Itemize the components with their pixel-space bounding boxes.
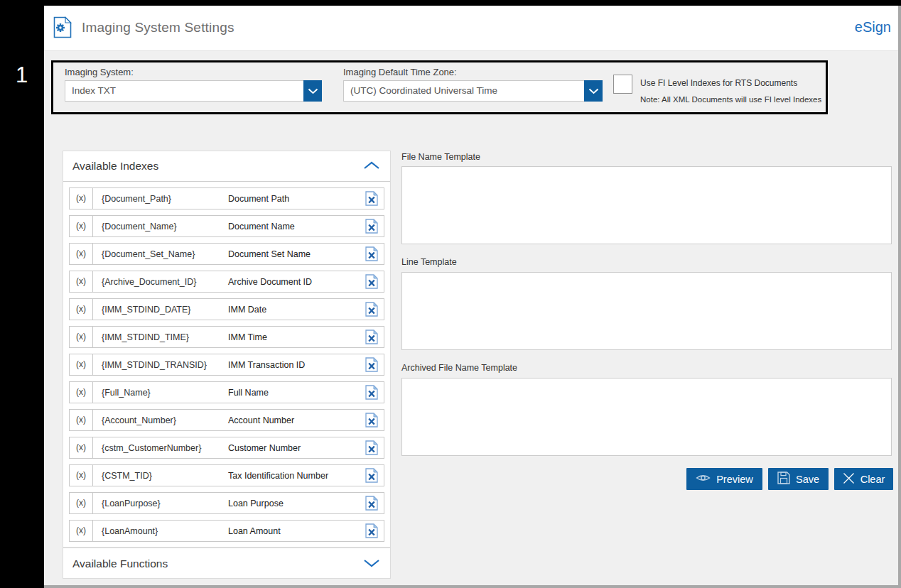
app-header: Imaging System Settings eSign: [44, 6, 898, 51]
document-insert-icon[interactable]: [365, 385, 378, 400]
index-row-prefix: (x): [70, 327, 93, 347]
index-row-name: IMM Date: [228, 305, 365, 315]
index-row[interactable]: (x) {IMM_STDIND_DATE} IMM Date: [69, 298, 384, 320]
index-row-name: Document Name: [228, 222, 365, 232]
index-row[interactable]: (x) {Document_Set_Name} Document Set Nam…: [69, 243, 384, 265]
available-indexes-title: Available Indexes: [72, 160, 158, 173]
index-row-tag: {IMM_STDIND_DATE}: [102, 305, 228, 315]
chevron-up-icon[interactable]: [363, 160, 380, 173]
index-row-prefix: (x): [70, 465, 93, 486]
index-row-tag: {IMM_STDIND_TRANSID}: [102, 360, 228, 370]
available-functions-header[interactable]: Available Functions: [63, 548, 390, 579]
available-indexes-header[interactable]: Available Indexes: [63, 151, 390, 182]
index-row-name: Full Name: [228, 388, 365, 398]
fi-level-indexes-label: Use FI Level Indexes for RTS Documents: [640, 78, 797, 88]
index-row-prefix: (x): [70, 354, 93, 375]
index-row-name: Tax Identification Number: [228, 471, 365, 481]
index-row-tag: {IMM_STDIND_TIME}: [102, 332, 228, 342]
chevron-down-icon[interactable]: [303, 80, 322, 102]
index-row[interactable]: (x) {LoanPurpose} Loan Purpose: [69, 492, 384, 514]
file-name-template-label: File Name Template: [401, 152, 480, 162]
index-row-name: Archive Document ID: [228, 277, 365, 287]
index-row-tag: {Archive_Document_ID}: [102, 277, 228, 287]
line-template-input[interactable]: [401, 272, 892, 350]
timezone-value: (UTC) Coordinated Universal Time: [343, 80, 584, 102]
fi-level-indexes-checkbox[interactable]: [613, 75, 632, 94]
index-row[interactable]: (x) {LoanAmount} Loan Amount: [69, 520, 384, 542]
index-row-tag: {cstm_CustomerNumber}: [102, 443, 228, 453]
index-row[interactable]: (x) {Document_Name} Document Name: [69, 215, 384, 237]
index-row-name: Customer Number: [228, 443, 365, 453]
available-functions-title: Available Functions: [72, 557, 168, 570]
index-row-prefix: (x): [70, 437, 93, 458]
imaging-settings-page: Imaging System Settings eSign Imaging Sy…: [44, 6, 898, 585]
index-row[interactable]: (x) {Full_Name} Full Name: [69, 381, 384, 403]
document-gear-icon: [53, 16, 72, 41]
index-row-tag: {CSTM_TID}: [102, 471, 228, 481]
callout-number: 1: [16, 62, 28, 88]
document-insert-icon[interactable]: [365, 191, 378, 206]
index-row[interactable]: (x) {Archive_Document_ID} Archive Docume…: [69, 271, 384, 293]
document-insert-icon[interactable]: [365, 468, 378, 483]
document-insert-icon[interactable]: [365, 302, 378, 317]
index-row-name: IMM Time: [228, 332, 365, 342]
screenshot-frame: 1 Imaging System Setting: [0, 0, 901, 588]
document-insert-icon[interactable]: [365, 523, 378, 538]
index-row-name: Document Set Name: [228, 249, 365, 259]
esign-brand-link[interactable]: eSign: [855, 19, 891, 36]
fi-level-indexes-note: Note: All XML Documents will use FI leve…: [640, 95, 821, 104]
index-row-tag: {LoanAmount}: [102, 526, 228, 536]
document-insert-icon[interactable]: [365, 496, 378, 511]
imaging-system-value: Index TXT: [65, 80, 303, 102]
window-edge-bottom: [44, 585, 898, 588]
index-row[interactable]: (x) {IMM_STDIND_TIME} IMM Time: [69, 326, 384, 348]
timezone-field: Imaging Default Time Zone: (UTC) Coordin…: [343, 67, 603, 102]
document-insert-icon[interactable]: [365, 274, 378, 289]
index-row-name: IMM Transaction ID: [228, 360, 365, 370]
index-row-tag: {Document_Set_Name}: [102, 249, 228, 259]
page-title: Imaging System Settings: [82, 20, 234, 36]
index-row-tag: {Account_Number}: [102, 415, 228, 425]
eye-icon: [696, 473, 711, 485]
file-name-template-input[interactable]: [401, 166, 892, 244]
archived-file-name-template-label: Archived File Name Template: [401, 363, 517, 373]
index-row-prefix: (x): [70, 216, 93, 236]
chevron-down-icon[interactable]: [363, 557, 380, 570]
document-insert-icon[interactable]: [365, 330, 378, 344]
clear-button[interactable]: Clear: [834, 468, 893, 490]
index-row-prefix: (x): [70, 244, 93, 264]
index-row[interactable]: (x) {cstm_CustomerNumber} Customer Numbe…: [69, 437, 384, 459]
index-list: (x) {Document_Path} Document Path (x) {D…: [63, 182, 390, 547]
index-row[interactable]: (x) {Account_Number} Account Number: [69, 409, 384, 431]
chevron-down-icon[interactable]: [584, 80, 603, 102]
index-row[interactable]: (x) {CSTM_TID} Tax Identification Number: [69, 464, 384, 486]
line-template-label: Line Template: [401, 257, 457, 267]
timezone-select[interactable]: (UTC) Coordinated Universal Time: [343, 80, 603, 102]
timezone-label: Imaging Default Time Zone:: [343, 67, 603, 77]
index-row-name: Loan Purpose: [228, 499, 365, 508]
save-button[interactable]: Save: [768, 468, 829, 490]
index-row-tag: {Document_Name}: [102, 222, 228, 232]
index-row-prefix: (x): [70, 493, 93, 513]
imaging-settings-section: Imaging System: Index TXT Imaging Defaul…: [51, 60, 828, 114]
index-row[interactable]: (x) {IMM_STDIND_TRANSID} IMM Transaction…: [69, 354, 384, 376]
index-row-prefix: (x): [70, 382, 93, 403]
index-row-name: Document Path: [228, 194, 365, 204]
document-insert-icon[interactable]: [365, 357, 378, 372]
document-insert-icon[interactable]: [365, 246, 378, 261]
clear-button-label: Clear: [860, 474, 885, 485]
imaging-system-field: Imaging System: Index TXT: [65, 67, 322, 102]
document-insert-icon[interactable]: [365, 413, 378, 428]
imaging-system-label: Imaging System:: [65, 67, 322, 77]
index-row[interactable]: (x) {Document_Path} Document Path: [69, 187, 384, 209]
document-insert-icon[interactable]: [365, 219, 378, 234]
preview-button[interactable]: Preview: [686, 468, 762, 490]
document-insert-icon[interactable]: [365, 440, 378, 455]
archived-file-name-template-input[interactable]: [401, 378, 892, 456]
index-row-prefix: (x): [70, 521, 93, 541]
window-edge-right: [898, 6, 901, 588]
index-row-tag: {LoanPurpose}: [102, 499, 228, 508]
index-row-name: Account Number: [228, 415, 365, 425]
imaging-system-select[interactable]: Index TXT: [65, 80, 322, 102]
index-row-prefix: (x): [70, 299, 93, 320]
